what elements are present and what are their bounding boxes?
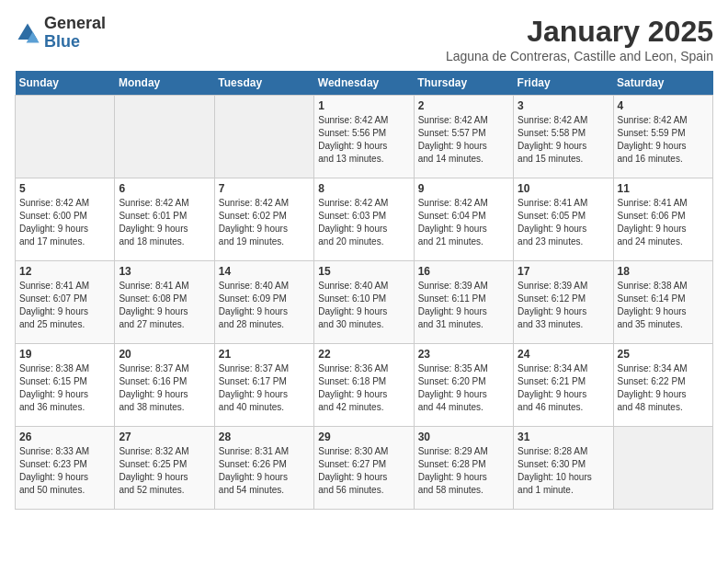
calendar-cell: 17Sunrise: 8:39 AM Sunset: 6:12 PM Dayli… — [514, 261, 613, 344]
calendar-cell: 23Sunrise: 8:35 AM Sunset: 6:20 PM Dayli… — [414, 344, 513, 427]
day-info: Sunrise: 8:42 AM Sunset: 6:01 PM Dayligh… — [119, 197, 210, 248]
day-number: 4 — [618, 99, 709, 112]
day-number: 12 — [19, 265, 110, 278]
day-info: Sunrise: 8:32 AM Sunset: 6:25 PM Dayligh… — [119, 445, 210, 497]
day-number: 22 — [318, 348, 409, 361]
day-info: Sunrise: 8:40 AM Sunset: 6:09 PM Dayligh… — [219, 280, 310, 331]
day-number: 11 — [618, 182, 709, 195]
day-number: 14 — [219, 265, 310, 278]
day-header-sunday: Sunday — [16, 71, 115, 96]
day-number: 15 — [318, 265, 409, 278]
day-info: Sunrise: 8:42 AM Sunset: 5:56 PM Dayligh… — [318, 114, 409, 166]
day-number: 24 — [518, 348, 609, 361]
day-info: Sunrise: 8:42 AM Sunset: 6:04 PM Dayligh… — [418, 197, 509, 248]
day-header-saturday: Saturday — [613, 71, 712, 96]
week-row-5: 26Sunrise: 8:33 AM Sunset: 6:23 PM Dayli… — [16, 427, 713, 510]
day-header-wednesday: Wednesday — [314, 71, 414, 96]
calendar-cell: 18Sunrise: 8:38 AM Sunset: 6:14 PM Dayli… — [613, 261, 712, 344]
day-number: 23 — [418, 348, 509, 361]
calendar-cell: 9Sunrise: 8:42 AM Sunset: 6:04 PM Daylig… — [414, 178, 513, 261]
calendar-cell — [214, 96, 313, 178]
page-header: General Blue January 2025 Laguna de Cont… — [15, 15, 713, 63]
day-info: Sunrise: 8:38 AM Sunset: 6:15 PM Dayligh… — [19, 362, 110, 414]
day-info: Sunrise: 8:37 AM Sunset: 6:17 PM Dayligh… — [219, 362, 310, 414]
day-info: Sunrise: 8:37 AM Sunset: 6:16 PM Dayligh… — [119, 362, 210, 414]
calendar-cell — [115, 96, 214, 178]
calendar-cell: 30Sunrise: 8:29 AM Sunset: 6:28 PM Dayli… — [414, 427, 513, 510]
week-row-2: 5Sunrise: 8:42 AM Sunset: 6:00 PM Daylig… — [16, 178, 713, 261]
days-header-row: SundayMondayTuesdayWednesdayThursdayFrid… — [16, 71, 713, 96]
day-info: Sunrise: 8:41 AM Sunset: 6:08 PM Dayligh… — [119, 280, 210, 331]
logo-icon — [15, 20, 40, 46]
day-number: 18 — [618, 265, 709, 278]
calendar-cell: 2Sunrise: 8:42 AM Sunset: 5:57 PM Daylig… — [414, 96, 513, 178]
calendar-title: January 2025 — [446, 15, 713, 49]
day-header-tuesday: Tuesday — [214, 71, 313, 96]
calendar-cell: 22Sunrise: 8:36 AM Sunset: 6:18 PM Dayli… — [314, 344, 414, 427]
logo-text: General Blue — [44, 15, 106, 52]
day-number: 31 — [518, 431, 609, 443]
calendar-cell: 10Sunrise: 8:41 AM Sunset: 6:05 PM Dayli… — [514, 178, 613, 261]
day-number: 19 — [19, 348, 110, 361]
day-number: 2 — [418, 99, 509, 112]
week-row-1: 1Sunrise: 8:42 AM Sunset: 5:56 PM Daylig… — [16, 96, 713, 178]
day-info: Sunrise: 8:34 AM Sunset: 6:21 PM Dayligh… — [518, 362, 609, 414]
calendar-cell: 25Sunrise: 8:34 AM Sunset: 6:22 PM Dayli… — [613, 344, 712, 427]
day-info: Sunrise: 8:39 AM Sunset: 6:11 PM Dayligh… — [418, 280, 509, 331]
day-info: Sunrise: 8:39 AM Sunset: 6:12 PM Dayligh… — [518, 280, 609, 331]
logo-general: General — [44, 15, 106, 33]
calendar-cell: 20Sunrise: 8:37 AM Sunset: 6:16 PM Dayli… — [115, 344, 214, 427]
title-area: January 2025 Laguna de Contreras, Castil… — [446, 15, 713, 63]
day-header-friday: Friday — [514, 71, 613, 96]
calendar-cell: 1Sunrise: 8:42 AM Sunset: 5:56 PM Daylig… — [314, 96, 414, 178]
calendar-cell: 26Sunrise: 8:33 AM Sunset: 6:23 PM Dayli… — [16, 427, 115, 510]
calendar-cell: 24Sunrise: 8:34 AM Sunset: 6:21 PM Dayli… — [514, 344, 613, 427]
day-number: 7 — [219, 182, 310, 195]
calendar-cell: 28Sunrise: 8:31 AM Sunset: 6:26 PM Dayli… — [214, 427, 313, 510]
calendar-cell: 29Sunrise: 8:30 AM Sunset: 6:27 PM Dayli… — [314, 427, 414, 510]
calendar-cell: 19Sunrise: 8:38 AM Sunset: 6:15 PM Dayli… — [16, 344, 115, 427]
calendar-cell: 8Sunrise: 8:42 AM Sunset: 6:03 PM Daylig… — [314, 178, 414, 261]
day-info: Sunrise: 8:30 AM Sunset: 6:27 PM Dayligh… — [318, 445, 409, 497]
day-number: 26 — [19, 431, 110, 443]
calendar-cell: 27Sunrise: 8:32 AM Sunset: 6:25 PM Dayli… — [115, 427, 214, 510]
day-info: Sunrise: 8:42 AM Sunset: 5:57 PM Dayligh… — [418, 114, 509, 166]
logo: General Blue — [15, 15, 106, 52]
day-number: 21 — [219, 348, 310, 361]
calendar-cell: 16Sunrise: 8:39 AM Sunset: 6:11 PM Dayli… — [414, 261, 513, 344]
logo-blue: Blue — [44, 33, 106, 52]
day-number: 5 — [19, 182, 110, 195]
day-number: 10 — [518, 182, 609, 195]
calendar-table: SundayMondayTuesdayWednesdayThursdayFrid… — [15, 71, 713, 510]
calendar-cell: 15Sunrise: 8:40 AM Sunset: 6:10 PM Dayli… — [314, 261, 414, 344]
day-number: 30 — [418, 431, 509, 443]
day-info: Sunrise: 8:41 AM Sunset: 6:07 PM Dayligh… — [19, 280, 110, 331]
calendar-cell: 3Sunrise: 8:42 AM Sunset: 5:58 PM Daylig… — [514, 96, 613, 178]
calendar-cell: 4Sunrise: 8:42 AM Sunset: 5:59 PM Daylig… — [613, 96, 712, 178]
calendar-cell: 7Sunrise: 8:42 AM Sunset: 6:02 PM Daylig… — [214, 178, 313, 261]
day-number: 9 — [418, 182, 509, 195]
day-info: Sunrise: 8:41 AM Sunset: 6:06 PM Dayligh… — [618, 197, 709, 248]
day-number: 6 — [119, 182, 210, 195]
day-info: Sunrise: 8:29 AM Sunset: 6:28 PM Dayligh… — [418, 445, 509, 497]
day-number: 8 — [318, 182, 409, 195]
calendar-cell: 6Sunrise: 8:42 AM Sunset: 6:01 PM Daylig… — [115, 178, 214, 261]
calendar-cell — [613, 427, 712, 510]
calendar-cell: 5Sunrise: 8:42 AM Sunset: 6:00 PM Daylig… — [16, 178, 115, 261]
calendar-cell: 12Sunrise: 8:41 AM Sunset: 6:07 PM Dayli… — [16, 261, 115, 344]
day-number: 3 — [518, 99, 609, 112]
day-info: Sunrise: 8:42 AM Sunset: 5:59 PM Dayligh… — [618, 114, 709, 166]
calendar-cell: 11Sunrise: 8:41 AM Sunset: 6:06 PM Dayli… — [613, 178, 712, 261]
calendar-cell — [16, 96, 115, 178]
day-number: 29 — [318, 431, 409, 443]
day-number: 16 — [418, 265, 509, 278]
day-info: Sunrise: 8:40 AM Sunset: 6:10 PM Dayligh… — [318, 280, 409, 331]
day-number: 28 — [219, 431, 310, 443]
day-header-thursday: Thursday — [414, 71, 513, 96]
day-info: Sunrise: 8:42 AM Sunset: 6:03 PM Dayligh… — [318, 197, 409, 248]
day-info: Sunrise: 8:42 AM Sunset: 5:58 PM Dayligh… — [518, 114, 609, 166]
day-number: 13 — [119, 265, 210, 278]
day-number: 25 — [618, 348, 709, 361]
day-info: Sunrise: 8:42 AM Sunset: 6:00 PM Dayligh… — [19, 197, 110, 248]
calendar-cell: 31Sunrise: 8:28 AM Sunset: 6:30 PM Dayli… — [514, 427, 613, 510]
